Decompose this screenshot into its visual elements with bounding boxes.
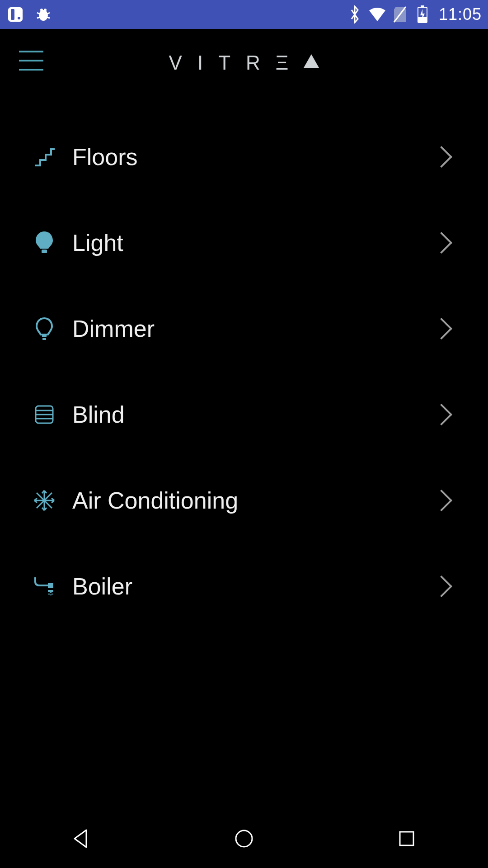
category-list: Floors Light Dimmer Blind Air Conditioni… (0, 114, 488, 629)
svg-point-3 (39, 10, 48, 21)
menu-item-label: Light (57, 229, 434, 256)
nav-home-button[interactable] (212, 823, 276, 854)
nav-back-button[interactable] (50, 823, 113, 854)
menu-item-label: Boiler (57, 573, 434, 600)
brand-letter: V (169, 52, 182, 74)
android-nav-bar (0, 809, 488, 868)
wifi-icon (368, 5, 386, 24)
menu-item-blind[interactable]: Blind (32, 372, 456, 458)
chevron-right-icon (431, 146, 452, 168)
menu-item-boiler[interactable]: Boiler (32, 543, 456, 629)
bulb-outline-icon (32, 316, 57, 341)
svg-point-2 (18, 17, 20, 19)
menu-item-label: Air Conditioning (57, 487, 434, 514)
menu-item-dimmer[interactable]: Dimmer (32, 286, 456, 372)
bug-icon (34, 5, 52, 24)
menu-item-label: Blind (57, 401, 434, 428)
bulb-icon (32, 230, 57, 255)
menu-item-label: Floors (57, 143, 434, 170)
hamburger-menu-button[interactable] (19, 51, 43, 71)
shower-icon (32, 574, 57, 599)
svg-rect-12 (421, 5, 424, 7)
svg-rect-0 (8, 7, 23, 22)
svg-rect-14 (42, 250, 47, 253)
brand-letter: Ξ (276, 52, 289, 74)
menu-item-air-conditioning[interactable]: Air Conditioning (32, 458, 456, 543)
brand-letter: I (197, 52, 203, 74)
svg-line-7 (47, 17, 50, 18)
svg-rect-1 (11, 9, 14, 20)
menu-item-label: Dimmer (57, 315, 434, 342)
app-badge-icon (6, 5, 24, 24)
svg-line-6 (37, 17, 40, 18)
nav-recent-button[interactable] (375, 823, 438, 854)
menu-item-light[interactable]: Light (32, 200, 456, 286)
blind-icon (32, 402, 57, 427)
brand-letter: T (218, 52, 230, 74)
status-right-group: 11:05 (346, 5, 482, 24)
svg-point-8 (40, 9, 43, 11)
snowflake-icon (32, 488, 57, 513)
chevron-right-icon (431, 318, 452, 340)
chevron-right-icon (431, 490, 452, 511)
svg-point-31 (236, 830, 252, 847)
app-header: V I T R Ξ (0, 29, 488, 97)
stairs-icon (32, 144, 57, 170)
svg-point-9 (44, 9, 47, 11)
bluetooth-icon (346, 5, 364, 24)
menu-item-floors[interactable]: Floors (32, 114, 456, 200)
chevron-right-icon (431, 404, 452, 425)
no-sim-icon (391, 5, 409, 24)
brand-letter: R (246, 52, 260, 74)
svg-rect-32 (400, 832, 413, 845)
battery-charging-icon (413, 5, 432, 24)
brand-triangle-icon (304, 55, 319, 71)
chevron-right-icon (431, 232, 452, 254)
status-left-group (6, 5, 52, 24)
status-clock: 11:05 (439, 5, 482, 24)
brand-logo: V I T R Ξ (169, 52, 319, 74)
status-bar: 11:05 (0, 0, 488, 29)
chevron-right-icon (431, 576, 452, 597)
